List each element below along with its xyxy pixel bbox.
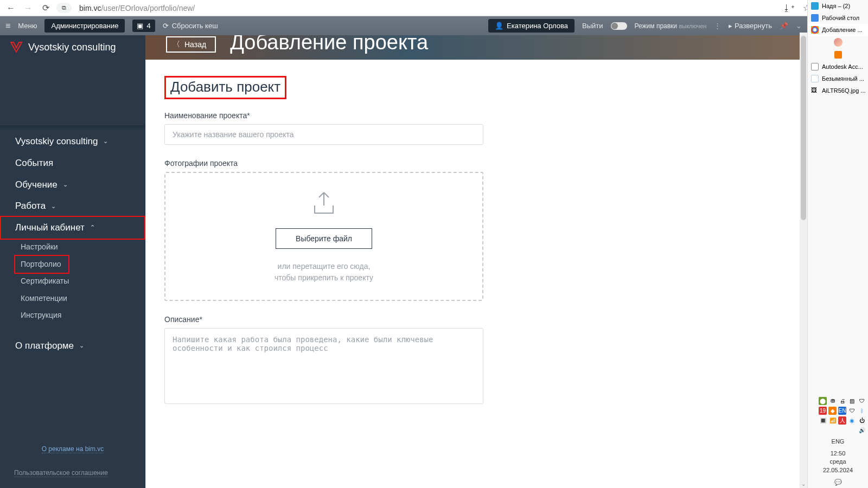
telegram-icon [811, 2, 819, 10]
chevron-down-icon: ⌄ [51, 202, 56, 210]
tray-icon[interactable]: ▨ [848, 397, 856, 405]
project-name-input[interactable] [164, 124, 483, 145]
clock-area[interactable]: ENG 12:50 среда 22.05.2024 [808, 435, 868, 477]
tray-icon[interactable]: 19 [819, 407, 827, 415]
expand-link[interactable]: ▸ Развернуть [729, 22, 772, 30]
browser-toolbar: ← → ⟳ ⧉ bim.vc/user/EOrlova/portfolio/ne… [0, 0, 868, 16]
upload-icon [176, 189, 471, 219]
edit-mode-label: Режим правки выключен [635, 22, 707, 30]
ad-link[interactable]: О рекламе на bim.vc [42, 445, 104, 453]
scroll-down-icon[interactable]: ⌄ [800, 481, 807, 487]
nav-training[interactable]: Обучение⌄ [0, 174, 145, 196]
upload-dropzone[interactable]: Выберите файл или перетащите его сюда,чт… [164, 172, 483, 301]
side-tab[interactable]: Добавление ... [808, 24, 868, 36]
page-title: Добавление проекта [230, 35, 428, 53]
main-content: 〈Назад Добавление проекта Добавить проек… [145, 35, 807, 488]
logout-link[interactable]: Выйти [582, 22, 603, 30]
nav-competencies[interactable]: Компетенции [0, 290, 145, 307]
tray-icon[interactable]: ◉ [848, 416, 856, 425]
tray-icon[interactable]: 🔳 [819, 416, 827, 425]
nav-about[interactable]: О платформе⌄ [0, 335, 145, 357]
edit-mode-toggle[interactable] [611, 22, 627, 30]
nav-account[interactable]: Личный кабинет⌃ [0, 217, 145, 239]
tray-icon[interactable]: ◆ [828, 407, 837, 415]
nav-portfolio[interactable]: Портфолио [0, 256, 145, 273]
user-icon: 👤 [495, 22, 503, 30]
page-hero: 〈Назад Добавление проекта [145, 35, 807, 60]
reload-icon[interactable]: ⟳ [39, 2, 52, 15]
date: 22.05.2024 [808, 466, 868, 474]
brand-text: Vysotskiy consulting [28, 42, 116, 53]
install-icon[interactable]: ⭳⁺ [782, 3, 795, 13]
description-label: Описание* [164, 315, 789, 324]
form-heading: Добавить проект [164, 76, 286, 99]
tray-icon[interactable]: EN [838, 407, 846, 415]
tray-icon[interactable]: ⛃ [828, 397, 837, 405]
volume-icon[interactable]: 🔊 [858, 426, 866, 434]
chevron-down-icon: ⌄ [103, 137, 108, 145]
time: 12:50 [808, 450, 868, 458]
lang-indicator: ENG [808, 438, 868, 446]
forward-icon[interactable]: → [22, 2, 35, 15]
side-tab[interactable] [808, 36, 868, 49]
right-side-panel: Надя – (2) Рабочий стол Добавление ... A… [807, 0, 868, 488]
drag-hint: или перетащите его сюда,чтобы прикрепить… [176, 261, 471, 284]
choose-file-button[interactable]: Выберите файл [276, 228, 372, 249]
tray-icon[interactable]: 人 [838, 416, 846, 425]
admin-toolbar: ≡ Меню Администрирование ▣4 ⟳Сбросить ке… [0, 16, 807, 35]
tray-icon[interactable]: ⏻ [858, 416, 866, 425]
hamburger-icon[interactable]: ≡ [5, 21, 10, 31]
nav-instruction[interactable]: Инструкция [0, 307, 145, 324]
description-textarea[interactable] [164, 328, 483, 404]
user-menu[interactable]: 👤Екатерина Орлова [488, 19, 575, 33]
site-info-chip[interactable]: ⧉ [56, 3, 72, 13]
administration-button[interactable]: Администрирование [44, 19, 125, 33]
app-icon [834, 51, 842, 59]
chrome-icon [811, 26, 819, 34]
side-tab[interactable]: 🖼AiLTR56Q.jpg ... [808, 85, 868, 97]
left-navigation: Vysotskiy consulting Vysotskiy consultin… [0, 35, 145, 488]
tray-icon[interactable]: 🛡 [858, 397, 866, 405]
bluetooth-icon[interactable]: ᛒ [858, 407, 866, 415]
chevron-down-icon[interactable]: ⌄ [796, 22, 802, 30]
tray-icon[interactable]: 🛡 [848, 407, 856, 415]
document-icon [811, 75, 819, 82]
nav-certificates[interactable]: Сертификаты [0, 273, 145, 290]
side-tab[interactable]: Безымянный ... [808, 73, 868, 85]
chevron-down-icon: ⌄ [79, 342, 84, 350]
logo-icon [10, 41, 23, 54]
scrollbar-thumb[interactable] [801, 36, 806, 220]
menu-label[interactable]: Меню [18, 22, 37, 30]
image-icon: 🖼 [811, 87, 819, 94]
address-bar[interactable]: bim.vc/user/EOrlova/portfolio/new/ [76, 4, 778, 12]
wifi-icon[interactable]: 📶 [828, 416, 837, 425]
avatar-icon [834, 38, 843, 47]
divider: ⋮ [714, 22, 721, 30]
back-icon[interactable]: ← [4, 2, 17, 15]
back-button[interactable]: 〈Назад [166, 36, 216, 53]
tray-icon[interactable]: 🖨 [838, 397, 846, 405]
nav-events[interactable]: События [0, 152, 145, 174]
desktop-icon [811, 14, 819, 22]
notifications-badge[interactable]: ▣4 [132, 20, 155, 32]
weekday: среда [808, 458, 868, 466]
side-tab[interactable]: Надя – (2) [808, 0, 868, 12]
chevron-down-icon: ⌄ [63, 181, 68, 189]
brand[interactable]: Vysotskiy consulting [0, 35, 145, 60]
side-tab[interactable]: Autodesk Acc... [808, 61, 868, 73]
side-tab[interactable] [808, 49, 868, 61]
user-agreement-link[interactable]: Пользовательское соглашение [14, 469, 108, 477]
tray-icon[interactable]: ⬤ [819, 397, 827, 405]
vertical-scrollbar[interactable]: ⌄ [800, 33, 807, 488]
notifications-icon[interactable]: 💬 [808, 477, 868, 488]
pin-icon[interactable]: 📌 [780, 22, 788, 30]
nav-settings[interactable]: Настройки [0, 239, 145, 256]
system-tray: ⬤ ⛃ 🖨 ▨ 🛡 19 ◆ EN 🛡 ᛒ 🔳 📶 人 ◉ ⏻ 🔊 [808, 396, 868, 435]
nav-work[interactable]: Работа⌄ [0, 195, 145, 217]
photos-label: Фотографии проекта [164, 159, 789, 168]
bell-icon: ▣ [137, 22, 143, 30]
chevron-up-icon: ⌃ [90, 223, 95, 232]
reset-cache-button[interactable]: ⟳Сбросить кеш [163, 22, 218, 30]
side-tab[interactable]: Рабочий стол [808, 12, 868, 24]
nav-vysotskiy[interactable]: Vysotskiy consulting⌄ [0, 131, 145, 152]
